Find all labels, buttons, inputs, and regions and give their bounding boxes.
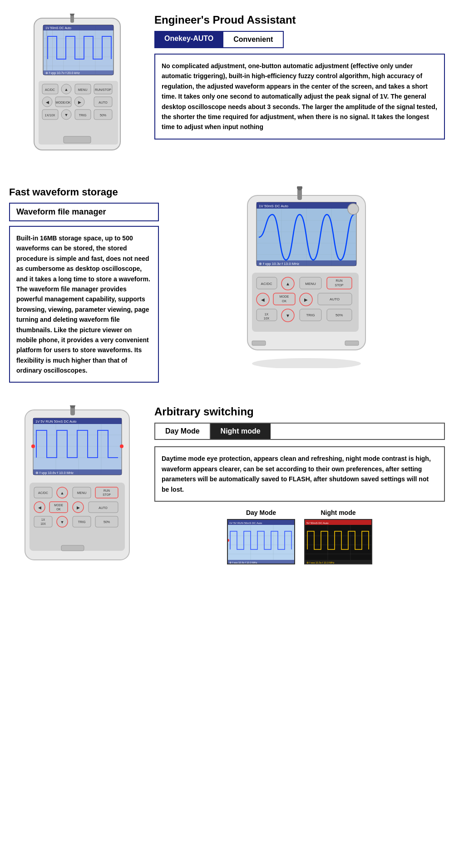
svg-rect-4: [46, 27, 47, 70]
day-mode-label: Day Mode: [227, 509, 295, 516]
svg-text:⊕ f vpp 10.7v f 20.0 kHz: ⊕ f vpp 10.7v f 20.0 kHz: [45, 71, 80, 75]
svg-text:TRIG: TRIG: [79, 114, 87, 117]
svg-text:AUTO: AUTO: [99, 506, 108, 509]
svg-text:OK: OK: [282, 299, 286, 303]
svg-rect-134: [61, 545, 84, 551]
mode-description: Daytime mode eye protection, appears cle…: [162, 454, 438, 494]
mode-description-box: Daytime mode eye protection, appears cle…: [154, 446, 445, 502]
section-waveform: Fast waveform storage Waveform file mana…: [0, 177, 454, 392]
night-screen-svg: 5V 50mS DC Auto ⊕ f vpp 10.5v f 10.0 MHz: [305, 520, 372, 564]
night-mode-label: Night mode: [304, 509, 372, 516]
svg-text:MODE: MODE: [280, 295, 289, 298]
waveform-manager-box: Waveform file manager: [9, 203, 159, 221]
device-image-3: 1V 5V RUN 50mS DC Auto ⊕ f vpp 10.6v f 1…: [9, 405, 145, 578]
svg-rect-5: [52, 27, 53, 70]
day-screen-svg: 1V 5V RUN 50mS DC Auto ⊕ f vpp 10.6v f 1…: [228, 520, 295, 564]
svg-text:MODE/OK: MODE/OK: [55, 101, 70, 104]
tab-onekey-auto[interactable]: Onekey-AUTO: [154, 31, 223, 48]
waveform-content: Fast waveform storage Waveform file mana…: [9, 186, 159, 383]
svg-text:▲: ▲: [60, 491, 64, 495]
svg-text:OK: OK: [56, 508, 61, 511]
oscilloscope-device-2: 1V 50mS DC Auto ⊕ f vpp 10.3v f 13.0 MHz…: [236, 186, 377, 368]
svg-text:▼: ▼: [286, 313, 290, 318]
svg-text:10X: 10X: [40, 522, 46, 525]
svg-text:AC/DC: AC/DC: [38, 491, 48, 494]
mode-images-row: Day Mode 1V 5V RUN 50mS DC Auto: [154, 509, 445, 564]
arbitrary-content: Arbitrary switching Day Mode Night mode …: [154, 405, 445, 564]
svg-text:⊕ f vpp 10.5v f 10.0 MHz: ⊕ f vpp 10.5v f 10.0 MHz: [306, 561, 335, 564]
svg-text:MENU: MENU: [78, 88, 88, 91]
tab-convenient[interactable]: Convenient: [223, 31, 284, 48]
svg-text:1V  50mS  DC  Auto: 1V 50mS DC Auto: [259, 204, 288, 208]
svg-text:50%: 50%: [100, 114, 106, 117]
device-image-2: 1V 50mS DC Auto ⊕ f vpp 10.3v f 13.0 MHz…: [168, 186, 445, 368]
tab-night-mode[interactable]: Night mode: [211, 424, 271, 439]
engineer-title: Engineer's Proud Assistant: [154, 14, 445, 26]
day-mode-screen: 1V 5V RUN 50mS DC Auto ⊕ f vpp 10.6v f 1…: [227, 519, 295, 564]
oscilloscope-device-3: 1V 5V RUN 50mS DC Auto ⊕ f vpp 10.6v f 1…: [16, 405, 138, 578]
engineer-tabs: Onekey-AUTO Convenient: [154, 31, 445, 48]
svg-text:AC/DC: AC/DC: [261, 282, 272, 286]
svg-text:50%: 50%: [104, 520, 110, 524]
waveform-description-box: Built-in 16MB storage space, up to 500 w…: [9, 226, 159, 383]
svg-text:▶: ▶: [78, 100, 81, 105]
svg-text:STOP: STOP: [335, 284, 344, 287]
svg-rect-88: [252, 341, 266, 345]
svg-text:MODE: MODE: [54, 504, 63, 507]
svg-rect-89: [345, 341, 359, 345]
svg-text:RUN/STOP: RUN/STOP: [95, 88, 111, 91]
svg-text:STOP: STOP: [103, 493, 111, 496]
svg-text:⊕ f vpp 10.3v f 13.0 MHz: ⊕ f vpp 10.3v f 13.0 MHz: [259, 262, 299, 266]
svg-rect-147: [305, 520, 372, 564]
svg-text:1V  50mS  DC  Auto: 1V 50mS DC Auto: [45, 26, 71, 30]
arbitrary-title: Arbitrary switching: [154, 405, 445, 418]
svg-text:1X: 1X: [41, 518, 45, 521]
section-arbitrary: 1V 5V RUN 50mS DC Auto ⊕ f vpp 10.6v f 1…: [0, 396, 454, 587]
svg-rect-135: [228, 520, 295, 564]
svg-text:▲: ▲: [64, 87, 69, 92]
svg-text:◀: ◀: [261, 297, 265, 302]
svg-text:1X: 1X: [265, 313, 269, 316]
svg-text:▶: ▶: [304, 297, 308, 302]
svg-text:AC/DC: AC/DC: [45, 88, 55, 91]
svg-text:▶: ▶: [77, 505, 80, 510]
svg-point-103: [120, 444, 123, 448]
oscilloscope-device-1: 1V 50mS DC Auto ⊕ f vpp 10.7v f 20.0 kHz…: [20, 14, 134, 164]
tab-day-mode[interactable]: Day Mode: [155, 424, 211, 439]
device-image-1: 1V 50mS DC Auto ⊕ f vpp 10.7v f 20.0 kHz…: [9, 14, 145, 164]
svg-point-144: [295, 539, 295, 542]
svg-text:▼: ▼: [60, 520, 64, 524]
svg-text:TRIG: TRIG: [78, 520, 86, 524]
mode-tabs: Day Mode Night mode: [154, 423, 445, 440]
svg-text:10X: 10X: [264, 317, 270, 320]
waveform-description: Built-in 16MB storage space, up to 500 w…: [16, 233, 152, 375]
svg-text:1X/10X: 1X/10X: [45, 114, 55, 117]
svg-point-43: [252, 358, 361, 368]
svg-text:MENU: MENU: [305, 282, 316, 286]
engineer-content: Engineer's Proud Assistant Onekey-AUTO C…: [154, 14, 445, 140]
engineer-description: No complicated adjustment, one-button au…: [162, 61, 438, 132]
svg-text:5V  50mS  DC  Auto: 5V 50mS DC Auto: [306, 522, 329, 524]
svg-text:▲: ▲: [286, 281, 290, 286]
svg-text:MENU: MENU: [77, 491, 87, 494]
waveform-manager-label: Waveform file manager: [16, 207, 106, 216]
svg-text:⊕ f vpp 10.6v f 10.0 MHz: ⊕ f vpp 10.6v f 10.0 MHz: [35, 471, 74, 475]
svg-text:▼: ▼: [64, 113, 69, 117]
svg-text:TRIG: TRIG: [306, 313, 315, 317]
svg-text:50%: 50%: [336, 313, 343, 317]
svg-text:1V  5V  RUN  50mS  DC  Auto: 1V 5V RUN 50mS DC Auto: [35, 419, 76, 424]
engineer-description-box: No complicated adjustment, one-button au…: [154, 54, 445, 140]
svg-text:AUTO: AUTO: [330, 297, 340, 301]
night-mode-screen: 5V 50mS DC Auto ⊕ f vpp 10.5v f 10.0 MHz: [304, 519, 372, 564]
svg-text:⊕ f vpp 10.6v f 10.0 MHz: ⊕ f vpp 10.6v f 10.0 MHz: [229, 561, 257, 564]
section-engineer: 1V 50mS DC Auto ⊕ f vpp 10.7v f 20.0 kHz…: [0, 0, 454, 173]
svg-text:AUTO: AUTO: [99, 101, 108, 104]
night-mode-container: Night mode 5V 50mS DC Auto ⊕ f vpp 1: [304, 509, 372, 564]
svg-text:1V  5V  RUN  50mS  DC  Auto: 1V 5V RUN 50mS DC Auto: [229, 522, 262, 524]
day-mode-container: Day Mode 1V 5V RUN 50mS DC Auto: [227, 509, 295, 564]
svg-point-59: [348, 204, 359, 215]
svg-text:◀: ◀: [46, 100, 49, 105]
svg-text:RUN: RUN: [336, 279, 342, 282]
svg-text:RUN: RUN: [104, 489, 110, 492]
fast-waveform-title: Fast waveform storage: [9, 186, 159, 198]
